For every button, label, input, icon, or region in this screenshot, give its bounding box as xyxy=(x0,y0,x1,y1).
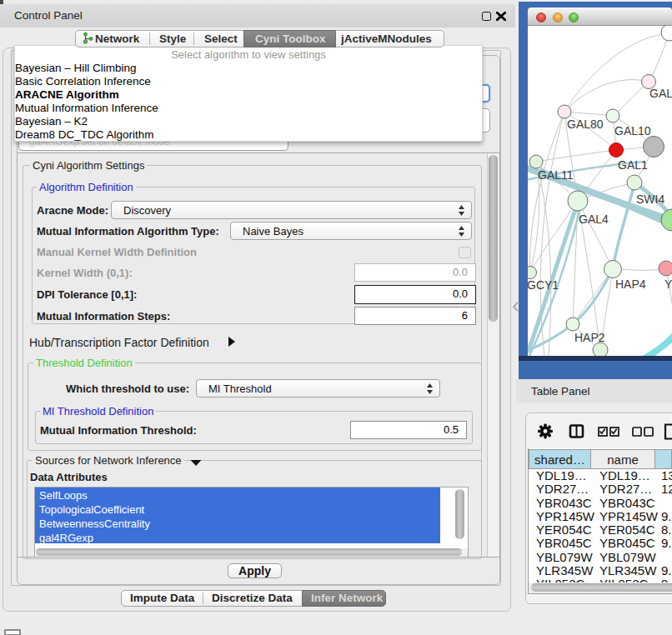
svg-text:GAL10: GAL10 xyxy=(614,124,651,138)
svg-text:GCY1: GCY1 xyxy=(528,278,559,292)
svg-text:Y: Y xyxy=(664,278,672,291)
svg-text:GAL1: GAL1 xyxy=(618,158,648,172)
svg-text:GAL7: GAL7 xyxy=(649,87,672,100)
svg-text:GAL4: GAL4 xyxy=(579,212,609,226)
svg-text:GAL11: GAL11 xyxy=(538,168,574,182)
svg-text:HAP2: HAP2 xyxy=(574,331,605,344)
svg-text:HAP4: HAP4 xyxy=(615,278,646,291)
svg-text:GAL80: GAL80 xyxy=(567,118,604,131)
svg-text:SWI4: SWI4 xyxy=(636,192,664,206)
